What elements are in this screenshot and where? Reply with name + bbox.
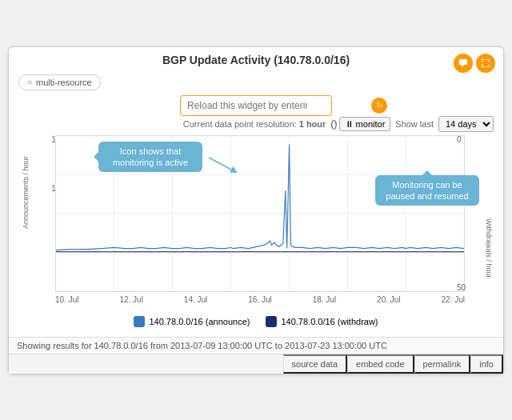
legend-item-withdraw: 140.78.0.0/16 (withdraw) bbox=[266, 316, 378, 327]
footer-bar: source data embed code permalink info bbox=[9, 354, 503, 374]
legend-swatch-withdraw bbox=[266, 316, 277, 327]
pause-icon: ⏸ bbox=[345, 119, 354, 129]
chart-svg bbox=[56, 136, 464, 291]
reload-icon[interactable]: ↻ bbox=[371, 98, 387, 114]
controls-row: Current data point resolution: 1 hour ( … bbox=[18, 116, 494, 132]
resource-input-wrapper: ↻ bbox=[120, 95, 392, 116]
multi-resource-label: multi-resource bbox=[36, 78, 92, 87]
show-last-select[interactable]: 14 days7 days30 days60 days bbox=[438, 116, 494, 132]
legend-item-announce: 140.78.0.0/16 (announce) bbox=[134, 316, 250, 327]
legend: 140.78.0.0/16 (announce) 140.78.0.0/16 (… bbox=[18, 311, 494, 330]
permalink-button[interactable]: permalink bbox=[414, 354, 471, 374]
resource-input[interactable] bbox=[180, 95, 332, 116]
status-text: Showing results for 140.78.0.0/16 from 2… bbox=[17, 341, 387, 350]
expand-button[interactable] bbox=[476, 54, 495, 73]
widget-container: BGP Update Activity (140.78.0.0/16) mult… bbox=[8, 46, 504, 374]
widget-body: multi-resource ↻ Current data point reso… bbox=[9, 70, 503, 337]
monitor-parens: ( ) bbox=[330, 118, 335, 130]
monitor-area: ( ) ⏸ monitor bbox=[330, 117, 390, 131]
legend-label-announce: 140.78.0.0/16 (announce) bbox=[149, 317, 250, 326]
chart-area bbox=[55, 135, 465, 292]
widget-title: BGP Update Activity (140.78.0.0/16) bbox=[162, 54, 350, 66]
chart-wrapper: Announcements / hour 150 100 50 0 bbox=[18, 135, 494, 311]
monitor-button[interactable]: ⏸ monitor bbox=[339, 117, 391, 131]
legend-label-withdraw: 140.78.0.0/16 (withdraw) bbox=[281, 317, 378, 326]
widget-header: BGP Update Activity (140.78.0.0/16) bbox=[9, 47, 503, 70]
source-data-button[interactable]: source data bbox=[283, 354, 347, 374]
y-label-left: Announcements / hour bbox=[22, 218, 30, 229]
header-icons bbox=[454, 54, 495, 73]
multi-resource-button[interactable]: multi-resource bbox=[18, 74, 101, 90]
comment-button[interactable] bbox=[454, 54, 473, 73]
status-bar: Showing results for 140.78.0.0/16 from 2… bbox=[9, 337, 503, 354]
info-button[interactable]: info bbox=[470, 354, 503, 374]
show-last-label: Show last bbox=[395, 119, 434, 129]
legend-swatch-announce bbox=[134, 316, 145, 327]
embed-code-button[interactable]: embed code bbox=[347, 354, 414, 374]
resolution-label: Current data point resolution: 1 hour bbox=[183, 119, 326, 129]
y-axis-right: 0 50 bbox=[454, 135, 482, 292]
y-label-right: Withdrawals / hour bbox=[485, 218, 493, 228]
x-axis: 10. Jul 12. Jul 14. Jul 16. Jul 18. Jul … bbox=[55, 292, 465, 311]
